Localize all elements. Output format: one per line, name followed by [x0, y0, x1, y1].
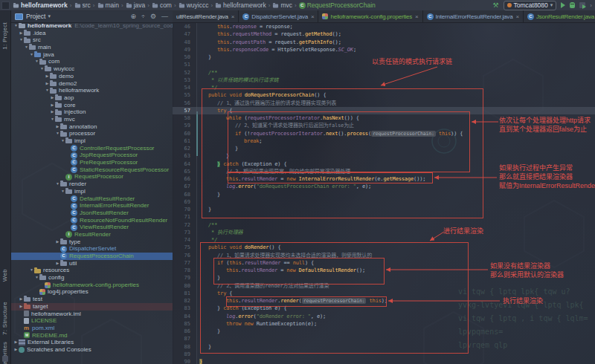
tree-row[interactable]: CStaticResourceRequestProcessor — [10, 166, 173, 174]
code-line[interactable]: 69 — [173, 198, 595, 206]
tree-row[interactable]: helloframework-config.properties — [10, 282, 173, 289]
tree-expand-icon[interactable]: ▶ — [50, 108, 55, 116]
tree-expand-icon[interactable]: ▶ — [19, 30, 24, 37]
tree-expand-icon[interactable]: ▼ — [55, 181, 60, 188]
code-line[interactable]: 51 — [173, 61, 595, 68]
breadcrumb-item[interactable]: com — [152, 1, 172, 9]
tree-row[interactable]: ▼processor — [10, 130, 173, 137]
more-chevron-icon[interactable]: › — [590, 2, 592, 9]
stripe-item-web[interactable]: Web — [1, 269, 8, 282]
tree-expand-icon[interactable]: ▼ — [45, 87, 50, 94]
code-line[interactable]: 87 — [173, 335, 595, 342]
tree-row[interactable]: IResultRender — [10, 231, 173, 238]
code-line[interactable]: 55public void doRequestProcessorChain() … — [173, 91, 595, 99]
code-line[interactable]: 50} — [173, 53, 595, 61]
code-line[interactable]: 60if (!requestProcessorIterator.next().p… — [173, 130, 595, 137]
code-line[interactable]: 61break; — [173, 137, 595, 145]
code-line[interactable]: 46this.response = response; — [173, 23, 595, 30]
tree-row[interactable]: ▶test — [10, 296, 173, 303]
code-line[interactable]: 53 * 以责任链的模式执行请求链 — [173, 77, 595, 84]
code-line[interactable]: 52/** — [173, 69, 595, 77]
editor-tab[interactable]: CDispatcherServlet.java× — [239, 10, 318, 22]
tree-expand-icon[interactable]: ▼ — [39, 65, 45, 73]
editor-tab[interactable]: ultResultRender.java× — [173, 10, 239, 22]
tree-row[interactable]: ▼helloframework — [10, 87, 173, 94]
code-line[interactable]: 82this.resultRender.render(requestProces… — [173, 297, 595, 305]
tab-close-icon[interactable]: × — [515, 13, 518, 20]
breadcrumb-item[interactable]: CRequestProcessorChain — [299, 1, 376, 9]
tree-row[interactable]: mpom.xml — [10, 325, 173, 332]
tree-row[interactable]: CRequestProcessorChain — [10, 253, 173, 260]
breadcrumb-item[interactable]: helloframework — [215, 1, 266, 9]
tree-expand-icon[interactable]: ▼ — [29, 267, 34, 274]
stripe-bottom-icon[interactable] — [2, 356, 8, 362]
tree-row[interactable]: ▼impl — [10, 137, 173, 145]
tree-row[interactable]: ▶aop — [10, 94, 173, 102]
code-line[interactable]: 88} — [173, 343, 595, 351]
tree-row[interactable]: ▶demo — [10, 73, 173, 80]
tree-row[interactable]: ▶type — [10, 238, 173, 246]
chevron-down-icon[interactable]: ▾ — [48, 13, 51, 19]
breadcrumb-item[interactable]: wuyiccc — [178, 1, 209, 9]
tree-expand-icon[interactable]: ▶ — [50, 102, 55, 109]
tree-expand-icon[interactable]: ▶ — [55, 123, 60, 131]
stripe-item-structure[interactable]: 7: Structure — [1, 302, 8, 335]
code-line[interactable]: 78this.resultRender = new DefaultResultR… — [173, 267, 595, 274]
code-line[interactable]: 83} catch (Exception e) { — [173, 305, 595, 312]
tree-row[interactable]: ▼mvc — [10, 116, 173, 123]
code-line[interactable]: 64} catch (Exception e) { — [173, 160, 595, 168]
tree-row[interactable]: ▶core — [10, 102, 173, 109]
code-line[interactable]: 77if (this.resultRender == null) { — [173, 259, 595, 267]
tab-close-icon[interactable]: × — [311, 13, 314, 20]
tree-row[interactable]: ▼impl — [10, 188, 173, 195]
code-line[interactable]: 67log.error("doRequestProcessorChain err… — [173, 183, 595, 190]
code-line[interactable]: 90} — [173, 358, 595, 364]
tree-expand-icon[interactable]: ▶ — [55, 260, 60, 267]
code-line[interactable]: 59// 2、知道某个请求处理器执行后返回为false为止 — [173, 122, 595, 129]
tree-expand-icon[interactable]: ▼ — [60, 188, 65, 195]
debug-button[interactable] — [570, 2, 575, 8]
code-line[interactable]: 58while (requestProcessorIterator.hasNex… — [173, 114, 595, 122]
editor[interactable]: 46this.response = response;47this.reques… — [173, 22, 595, 364]
tree-expand-icon[interactable]: ▶ — [50, 94, 55, 102]
editor-tab[interactable]: CJsonResultRender.java× — [524, 10, 595, 22]
tree-row[interactable]: CControllerRequestProcessor — [10, 145, 173, 152]
tree-row[interactable]: ▼wuyiccc — [10, 65, 173, 73]
tree-row[interactable]: CJsonResultRender — [10, 209, 173, 217]
code-line[interactable]: 70} — [173, 206, 595, 213]
tree-row[interactable]: log4j.properties — [10, 288, 173, 296]
tree-row[interactable]: ▼java — [10, 51, 173, 59]
breadcrumb-item[interactable]: helloframework — [13, 1, 68, 9]
code-line[interactable]: 56// 1、通过迭代器遍历注册的请求处理器实现类列表 — [173, 100, 595, 107]
breadcrumb-item[interactable]: src — [74, 1, 91, 9]
tab-close-icon[interactable]: × — [415, 13, 418, 20]
tree-row[interactable]: CJspRequestProcessor — [10, 152, 173, 159]
hide-panel-icon[interactable]: — — [161, 13, 168, 20]
tree-row[interactable]: ▼config — [10, 274, 173, 282]
tree-expand-icon[interactable]: ▼ — [34, 58, 39, 65]
code-line[interactable]: 84log.error("doRender error: ", e); — [173, 313, 595, 320]
stripe-item-project[interactable]: 1: Project — [1, 22, 8, 50]
breadcrumb-item[interactable]: mvc — [272, 1, 292, 9]
settings-icon[interactable]: ⚙ — [150, 13, 156, 20]
code-line[interactable]: 63} — [173, 152, 595, 160]
tree-row[interactable]: CPreRequestProcessor — [10, 159, 173, 166]
code-line[interactable]: 89 — [173, 351, 595, 358]
tree-row[interactable]: IRequestProcessor — [10, 173, 173, 181]
tree-row[interactable]: CInternalErrorResultRender — [10, 202, 173, 209]
tree-row[interactable]: ▶util — [10, 260, 173, 267]
build-icon[interactable]: ⚒ — [492, 2, 498, 9]
code-line[interactable]: 74 */ — [173, 236, 595, 244]
code-line[interactable]: 86} — [173, 328, 595, 335]
tree-row[interactable]: CResourceNotFoundResultRender — [10, 217, 173, 224]
tree-row[interactable]: helloframework.iml — [10, 311, 173, 318]
code-line[interactable]: 54 */ — [173, 84, 595, 91]
run-config-selector[interactable]: Tomcat8080 ▾ — [504, 1, 557, 10]
tab-close-icon[interactable]: × — [231, 13, 234, 20]
code-line[interactable]: 49this.responseCode = HttpServletRespons… — [173, 46, 595, 53]
tree-expand-icon[interactable]: ▶ — [13, 339, 19, 346]
tree-row[interactable]: CDispatcherServlet — [10, 245, 173, 253]
code-line[interactable]: 80// 2、调用渲染器的render方法对结果进行渲染 — [173, 282, 595, 290]
tree-row[interactable]: CViewResultRender — [10, 224, 173, 231]
code-line[interactable]: 81try { — [173, 290, 595, 297]
